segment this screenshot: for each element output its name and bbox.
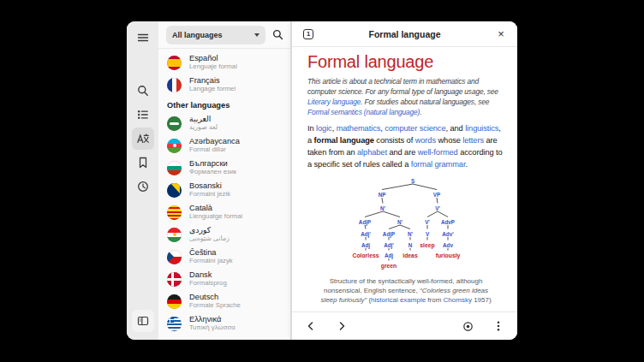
tree-node-label: AdvP [441, 220, 455, 226]
language-item[interactable]: AzərbaycancaFormal dillər [158, 134, 290, 157]
inline-link[interactable]: well-formed [418, 148, 458, 157]
language-panel-header: All languages [158, 21, 290, 49]
language-subtitle: Формален език [189, 169, 236, 176]
inline-link[interactable]: Formal semantics (natural language) [307, 108, 420, 116]
text-run: consists of [374, 136, 415, 145]
tree-node-label: N [408, 243, 413, 249]
back-button[interactable] [301, 316, 321, 336]
search-button[interactable] [132, 80, 154, 102]
chevron-right-icon [336, 320, 348, 332]
language-item[interactable]: DanskFormalsprog [158, 268, 290, 290]
tree-node-label: AdjP [359, 220, 371, 227]
language-item-texts: كوردیزمانی شێوەیی [189, 226, 230, 243]
forward-button[interactable] [331, 316, 352, 336]
language-subtitle: Lenguaje formal [189, 63, 237, 71]
tree-word-label: Colorless [353, 253, 379, 259]
inline-link[interactable]: words [415, 136, 436, 145]
inline-link[interactable]: formal grammar [411, 160, 466, 169]
inline-link[interactable]: historical example [371, 296, 426, 304]
language-section-header: Other languages [158, 96, 290, 112]
sidebar-toggle-button[interactable] [132, 310, 154, 332]
tree-word-label: furiously [436, 253, 461, 260]
tree-edge [365, 225, 366, 229]
search-icon [271, 28, 284, 41]
tree-edge [400, 225, 410, 229]
language-item[interactable]: كوردیزمانی شێوەیی [158, 223, 290, 246]
history-button[interactable] [132, 175, 154, 198]
inline-link[interactable]: linguistics [465, 124, 498, 133]
language-item[interactable]: EspañolLenguaje formal [158, 51, 290, 74]
hamburger-menu-icon [136, 31, 150, 45]
language-subtitle: Llenguatge formal [189, 213, 242, 221]
language-subtitle: Formale Sprache [189, 302, 241, 310]
inline-link[interactable]: alphabet [357, 148, 387, 157]
tree-node-label: N' [397, 220, 403, 226]
text-run: . [465, 160, 467, 169]
tree-edge [413, 184, 437, 190]
inline-link[interactable]: logic [316, 124, 332, 133]
tree-node-label: N' [408, 232, 414, 238]
inline-link[interactable]: Literary language [307, 98, 361, 106]
flag-es-icon [167, 56, 182, 70]
appearance-button[interactable] [457, 316, 478, 336]
language-item[interactable]: ΕλληνικάΤυπική γλώσσα [158, 312, 290, 335]
language-item[interactable]: FrançaisLangage formel [158, 74, 290, 96]
article-header: 1 Formal language × [292, 21, 517, 47]
text-run: and are [387, 148, 418, 157]
tree-node-label: Adj' [384, 243, 394, 250]
eye-icon [462, 320, 474, 333]
tree-node-label: Adj' [361, 232, 371, 239]
text-run: In [307, 124, 316, 133]
tree-node-label: Adv' [442, 232, 454, 238]
language-item-texts: ΕλληνικάΤυπική γλώσσα [189, 315, 236, 332]
tree-word-label: ideas [402, 253, 418, 259]
text-run: from [426, 296, 443, 304]
language-subtitle: لغة صورية [189, 124, 218, 132]
language-item-texts: FrançaisLangage formel [189, 76, 236, 93]
language-filter-dropdown[interactable]: All languages [166, 26, 265, 45]
language-item[interactable]: БългарскиФормален език [158, 157, 290, 179]
language-item[interactable]: العربيةلغة صورية [158, 112, 290, 134]
bookmarks-button[interactable] [132, 151, 154, 174]
tree-node-label: Adj [361, 243, 370, 250]
tree-node-label: N' [380, 206, 386, 212]
language-search-button[interactable] [267, 25, 288, 45]
list-icon [136, 108, 150, 122]
text-run: This article is about a technical term i… [307, 77, 498, 96]
language-item[interactable]: DeutschFormale Sprache [158, 290, 290, 312]
language-subtitle: Formal dillər [189, 146, 240, 154]
language-item[interactable]: BosanskiFormalni jezik [158, 179, 290, 201]
close-icon: × [498, 28, 504, 39]
inline-link[interactable]: Chomsky [444, 296, 472, 304]
flag-az-icon [167, 139, 182, 153]
language-item[interactable]: CatalàLlenguatge formal [158, 201, 290, 223]
tree-node-label: AdjP [383, 232, 395, 239]
language-item-texts: DanskFormalsprog [189, 270, 227, 288]
tree-node-label: V [426, 232, 430, 238]
flag-fr-icon [167, 78, 182, 92]
chevron-down-icon [254, 33, 259, 37]
left-rail [127, 21, 158, 340]
more-options-button[interactable] [488, 316, 509, 336]
tab-counter-button[interactable]: 1 [299, 25, 318, 44]
inline-link[interactable]: mathematics [337, 124, 381, 133]
close-button[interactable]: × [492, 25, 510, 44]
article-body: Formal language This article is about a … [292, 47, 517, 312]
inline-link[interactable]: computer science [385, 124, 445, 133]
language-subtitle: Formální jazyk [189, 258, 233, 265]
flag-de-icon [167, 294, 182, 309]
languages-icon [136, 132, 150, 145]
contents-list-button[interactable] [132, 104, 154, 126]
clock-icon [136, 180, 150, 193]
main-menu-button[interactable] [132, 27, 154, 49]
language-item-texts: DeutschFormale Sprache [189, 293, 241, 310]
language-item[interactable]: ČeštinaFormální jazyk [158, 246, 290, 268]
tree-edge [382, 198, 383, 204]
language-panel: All languages EspañolLenguaje formalFran… [158, 21, 291, 340]
syntax-tree-diagram: SNPVPN'V'AdjPN'V'AdvPAdj'AdjPN'VAdv'AdjA… [342, 175, 470, 271]
languages-button[interactable] [132, 128, 154, 150]
tree-node-label: S [411, 179, 414, 185]
tree-node-label: V' [425, 220, 430, 226]
inline-link[interactable]: letters [462, 136, 484, 145]
tree-word-label: green [381, 264, 397, 270]
